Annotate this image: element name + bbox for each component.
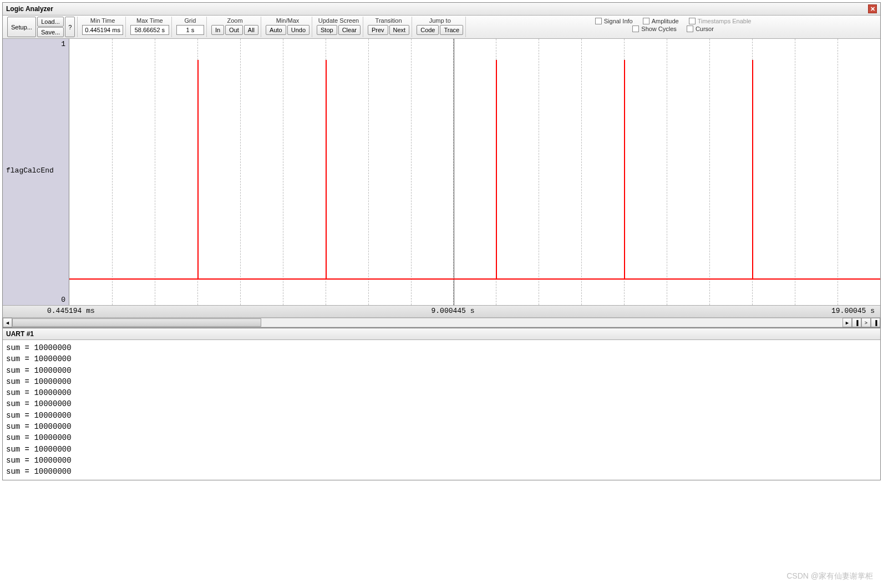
cursor-check[interactable]: Cursor (687, 26, 714, 32)
grid-line (283, 39, 283, 305)
cursor-line[interactable] (454, 39, 454, 305)
minmax-label: Min/Max (275, 17, 301, 24)
grid-line (112, 39, 113, 305)
uart-title: UART #1 (6, 330, 34, 338)
trace-spike (624, 60, 625, 280)
logic-analyzer-title: Logic Analyzer (6, 5, 53, 13)
trace-baseline (69, 278, 880, 280)
jump-group: Jump to Code Trace (414, 17, 466, 37)
timestamps-enable-check: Timestamps Enable (689, 18, 752, 24)
grid-line (539, 39, 539, 305)
grid-group: Grid 1 s (174, 17, 207, 37)
grid-line (240, 39, 241, 305)
time-cursor-label: 9.000445 s (432, 307, 475, 315)
scroll-end-button[interactable]: ▐ (852, 318, 861, 327)
max-time-value: 58.66652 s (130, 25, 169, 35)
max-time-group: Max Time 58.66652 s (128, 17, 172, 37)
scroll-track[interactable] (12, 318, 843, 327)
scroll-left-button[interactable]: ◄ (3, 318, 12, 327)
grid-line (709, 39, 710, 305)
chevron-left-icon: ◄ (5, 320, 10, 326)
grid-label: Grid (184, 17, 197, 24)
trace-spike (496, 60, 497, 280)
scroll-fast-right-button[interactable]: > (861, 318, 871, 327)
bar-right-icon: ▐ (855, 320, 858, 326)
setup-button[interactable]: Setup... (7, 17, 36, 37)
update-clear-button[interactable]: Clear (338, 25, 361, 35)
file-group: Setup... Load... Save... ? (5, 17, 78, 37)
close-icon: ✕ (870, 6, 875, 13)
jump-code-button[interactable]: Code (417, 25, 439, 35)
bar-end-icon: ▐ (874, 320, 877, 326)
transition-label: Transition (374, 17, 403, 24)
time-axis: 0.445194 ms 9.000445 s 19.00045 s (3, 305, 880, 317)
grid-line (838, 39, 838, 305)
grid-line (667, 39, 667, 305)
update-stop-button[interactable]: Stop (317, 25, 337, 35)
double-chevron-right-icon: > (865, 320, 867, 326)
plot-canvas[interactable] (69, 39, 880, 305)
grid-line (411, 39, 412, 305)
checkbox-icon (689, 18, 696, 24)
signal-info-check[interactable]: Signal Info (595, 18, 633, 24)
show-cycles-check[interactable]: Show Cycles (632, 26, 677, 32)
transition-next-button[interactable]: Next (389, 25, 410, 35)
checkbox-icon (595, 18, 602, 24)
min-time-label: Min Time (89, 17, 116, 24)
time-right-label: 19.00045 s (831, 307, 875, 315)
transition-group: Transition Prev Next (366, 17, 412, 37)
horizontal-scrollbar[interactable]: ◄ ► ▐ > ▐ (3, 317, 880, 327)
zoom-all-button[interactable]: All (244, 25, 258, 35)
minmax-undo-button[interactable]: Undo (287, 25, 309, 35)
scroll-thumb[interactable] (12, 318, 261, 327)
grid-line (368, 39, 369, 305)
update-label: Update Screen (317, 17, 360, 24)
scroll-last-button[interactable]: ▐ (871, 318, 880, 327)
grid-line (155, 39, 155, 305)
trace-spike (197, 60, 199, 280)
time-left-label: 0.445194 ms (47, 307, 95, 315)
plot-y-axis: 1 flagCalcEnd 0 (3, 39, 69, 305)
logic-analyzer-panel: Logic Analyzer ✕ Setup... Load... Save..… (2, 2, 881, 328)
grid-line (795, 39, 795, 305)
trace-spike (752, 60, 753, 280)
logic-analyzer-toolbar: Setup... Load... Save... ? Min Time 0.44… (3, 16, 880, 39)
uart-titlebar: UART #1 (3, 328, 880, 340)
checkbox-icon (643, 18, 649, 24)
chevron-right-icon: ► (845, 320, 850, 326)
close-button[interactable]: ✕ (868, 4, 877, 13)
checkbox-icon (687, 26, 693, 32)
y-max-label: 1 (61, 40, 65, 48)
watermark: CSDN @家有仙妻谢掌柜 (786, 571, 873, 581)
transition-prev-button[interactable]: Prev (368, 25, 388, 35)
trace-spike (326, 60, 327, 280)
plot-area[interactable]: 1 flagCalcEnd 0 (3, 39, 880, 305)
zoom-group: Zoom In Out All (209, 17, 261, 37)
min-time-value: 0.445194 ms (82, 25, 123, 35)
minmax-auto-button[interactable]: Auto (266, 25, 286, 35)
minmax-group: Min/Max Auto Undo (263, 17, 312, 37)
max-time-label: Max Time (135, 17, 164, 24)
y-min-label: 0 (61, 296, 65, 304)
load-button[interactable]: Load... (37, 17, 64, 27)
jump-label: Jump to (428, 17, 452, 24)
uart-panel: UART #1 sum = 10000000 sum = 10000000 su… (2, 328, 881, 480)
zoom-in-button[interactable]: In (211, 25, 224, 35)
uart-output: sum = 10000000 sum = 10000000 sum = 1000… (3, 340, 880, 480)
logic-analyzer-titlebar: Logic Analyzer ✕ (3, 3, 880, 16)
signal-name-label: flagCalcEnd (6, 166, 65, 175)
save-button[interactable]: Save... (37, 27, 64, 37)
zoom-label: Zoom (226, 17, 243, 24)
update-group: Update Screen Stop Clear (314, 17, 363, 37)
help-button[interactable]: ? (65, 17, 75, 37)
checks-group: Signal Info Amplitude Timestamps Enable … (468, 17, 878, 37)
min-time-group: Min Time 0.445194 ms (80, 17, 126, 37)
grid-value: 1 s (176, 25, 204, 35)
grid-line (581, 39, 582, 305)
amplitude-check[interactable]: Amplitude (643, 18, 679, 24)
jump-trace-button[interactable]: Trace (440, 25, 463, 35)
checkbox-icon (632, 26, 639, 32)
zoom-out-button[interactable]: Out (225, 25, 243, 35)
scroll-right-button[interactable]: ► (843, 318, 852, 327)
